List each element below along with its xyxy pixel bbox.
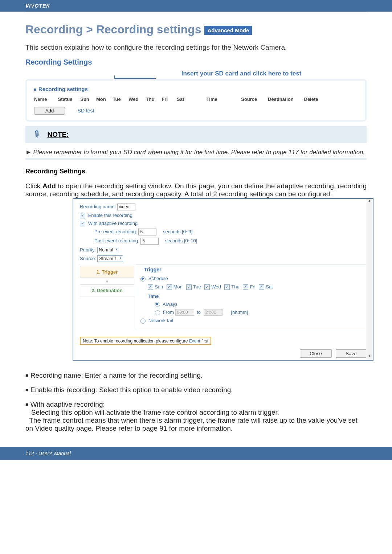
pencil-icon: ✎ xyxy=(30,128,44,141)
post-event-hint: seconds [0~10] xyxy=(165,238,197,243)
intro-text: This section explains how to configure t… xyxy=(25,44,367,52)
event-link[interactable]: Event xyxy=(189,338,200,344)
col-status: Status xyxy=(58,97,75,102)
chevron-down-icon: ▼ xyxy=(80,279,134,284)
time-label: Time xyxy=(148,294,362,299)
note-body: Please remember to format your SD card w… xyxy=(33,149,365,156)
page-footer: 112 - User's Manual xyxy=(0,447,392,460)
day-fri: Fri xyxy=(250,284,255,290)
day-mon: Mon xyxy=(173,284,183,290)
day-sun: Sun xyxy=(155,284,163,290)
schedule-label: Schedule xyxy=(148,276,168,281)
recording-name-input[interactable]: video xyxy=(117,204,135,210)
day-sun-checkbox[interactable]: ✓ xyxy=(148,284,153,290)
day-mon-checkbox[interactable]: ✓ xyxy=(167,284,172,290)
bullet-recording-name: ■Recording name: Enter a name for the re… xyxy=(25,372,367,379)
col-time: Time xyxy=(207,97,236,102)
dialog-note: Note: To enable recording notification p… xyxy=(73,335,373,347)
day-wed: Wed xyxy=(211,284,221,290)
col-sat: Sat xyxy=(177,97,201,102)
note-text: ► Please remember to format your SD card… xyxy=(25,143,367,160)
wizard-step-destination[interactable]: 2. Destination xyxy=(80,284,134,296)
save-button[interactable]: Save xyxy=(336,349,366,358)
scroll-up-icon[interactable]: ▲ xyxy=(366,199,373,205)
priority-label: Priority: xyxy=(80,247,96,253)
source-label: Source: xyxy=(80,256,96,261)
recording-name-label: Recording name: xyxy=(80,204,116,209)
scroll-down-icon[interactable]: ▼ xyxy=(366,354,373,360)
recording-settings-panel: Recording settings Name Status Sun Mon T… xyxy=(25,79,367,122)
brand-header: VIVOTEK xyxy=(0,0,392,12)
network-fail-radio[interactable] xyxy=(140,319,146,324)
note-heading: NOTE: xyxy=(47,131,69,138)
panel-title: Recording settings xyxy=(34,86,358,92)
post-event-input[interactable]: 5 xyxy=(140,238,159,245)
bullet-enable: ■Enable this recording: Select this opti… xyxy=(25,386,367,394)
col-mon: Mon xyxy=(96,97,108,102)
source-select[interactable]: Stream 1 xyxy=(97,255,123,262)
day-sat-checkbox[interactable]: ✓ xyxy=(259,284,264,290)
wizard-step-trigger[interactable]: 1. Trigger xyxy=(80,266,134,278)
trigger-title: Trigger xyxy=(143,267,163,272)
hhmm-hint: [hh:mm] xyxy=(231,309,248,315)
rs-paragraph: Click Add to open the recording setting … xyxy=(25,182,367,198)
priority-select[interactable]: Normal xyxy=(97,247,119,253)
day-tue: Tue xyxy=(193,284,201,290)
day-wed-checkbox[interactable]: ✓ xyxy=(204,284,210,290)
to-time-input[interactable]: 24:00 xyxy=(204,309,222,316)
col-delete: Delete xyxy=(304,97,318,102)
breadcrumb: Recording > Recording settings xyxy=(25,23,201,36)
pre-event-input[interactable]: 5 xyxy=(138,229,156,235)
bullet-adaptive: ■With adaptive recording: Selecting this… xyxy=(25,401,367,432)
col-fri: Fri xyxy=(162,97,172,102)
adaptive-recording-label: With adaptive recording xyxy=(88,221,138,226)
from-radio[interactable] xyxy=(155,310,160,315)
post-event-label: Post-event recording: xyxy=(94,238,139,243)
col-sun: Sun xyxy=(80,97,91,102)
note-bar: ✎ NOTE: xyxy=(25,126,367,143)
enable-recording-checkbox[interactable]: ✓ xyxy=(80,213,85,218)
col-tue: Tue xyxy=(113,97,124,102)
scrollbar[interactable]: ▲ ▼ xyxy=(366,199,373,360)
from-time-input[interactable]: 00:00 xyxy=(175,309,194,316)
close-button[interactable]: Close xyxy=(300,349,331,358)
col-thu: Thu xyxy=(146,97,157,102)
adaptive-recording-checkbox[interactable]: ✓ xyxy=(80,221,85,226)
pre-event-label: Pre-event recording: xyxy=(94,229,137,234)
schedule-radio[interactable] xyxy=(140,276,146,282)
section-heading: Recording Settings xyxy=(25,58,367,66)
sd-test-link[interactable]: SD test xyxy=(78,108,94,114)
table-header: Name Status Sun Mon Tue Wed Thu Fri Sat … xyxy=(34,97,358,102)
day-sat: Sat xyxy=(266,284,273,290)
day-fri-checkbox[interactable]: ✓ xyxy=(243,284,248,290)
pre-event-hint: seconds [0~9] xyxy=(163,229,192,234)
callout-line xyxy=(114,78,156,79)
col-name: Name xyxy=(34,97,53,102)
col-destination: Destination xyxy=(268,97,299,102)
recording-settings-heading: Recording Settings xyxy=(25,168,367,175)
network-fail-label: Network fail xyxy=(148,318,173,323)
insert-sd-label: Insert your SD card and click here to te… xyxy=(116,70,367,77)
arrow-icon: ► xyxy=(25,149,32,156)
col-source: Source xyxy=(241,97,263,102)
trigger-panel: Trigger Schedule ✓Sun ✓Mon ✓Tue ✓Wed ✓Th… xyxy=(136,264,366,330)
to-label: to xyxy=(197,309,201,315)
day-thu: Thu xyxy=(231,284,239,290)
page-title: Recording > Recording settings Advanced … xyxy=(25,23,367,36)
from-label: From xyxy=(163,309,174,315)
always-radio[interactable] xyxy=(155,302,160,307)
always-label: Always xyxy=(163,301,177,307)
day-thu-checkbox[interactable]: ✓ xyxy=(224,284,230,290)
enable-recording-label: Enable this recording xyxy=(88,213,132,218)
recording-dialog: ▲ ▼ Recording name: video ✓ Enable this … xyxy=(73,198,373,361)
mode-badge: Advanced Mode xyxy=(204,26,252,35)
add-button[interactable]: Add xyxy=(34,107,65,115)
day-tue-checkbox[interactable]: ✓ xyxy=(186,284,192,290)
col-wed: Wed xyxy=(128,97,141,102)
